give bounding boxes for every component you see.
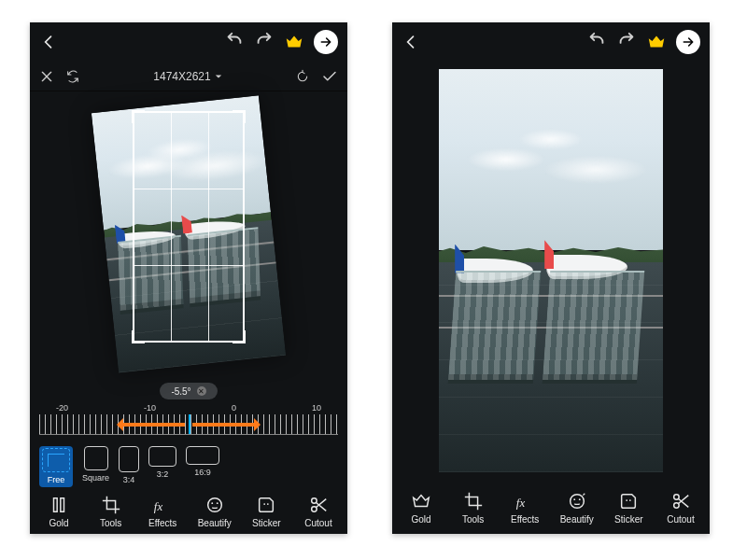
nav-gold[interactable]: Gold xyxy=(34,495,84,528)
nav-cutout[interactable]: Cutout xyxy=(655,491,706,525)
tools-crop-icon xyxy=(463,491,484,511)
apply-crop-icon[interactable] xyxy=(321,68,338,85)
comparison-stage: 1474X2621 xyxy=(0,0,747,560)
undo-icon[interactable] xyxy=(586,32,607,52)
svg-point-1 xyxy=(207,498,221,512)
nav-effects[interactable]: fx Effects xyxy=(137,495,188,528)
undo-icon[interactable] xyxy=(224,32,245,52)
tools-crop-icon xyxy=(101,495,121,515)
nav-sticker[interactable]: Sticker xyxy=(241,495,291,528)
chevron-down-icon xyxy=(215,73,222,80)
beautify-face-icon xyxy=(567,491,587,511)
crown-icon[interactable] xyxy=(646,32,667,52)
nav-sticker[interactable]: Sticker xyxy=(603,491,654,525)
svg-point-13 xyxy=(629,499,631,501)
export-button[interactable] xyxy=(676,30,700,54)
nav-beautify[interactable]: Beautify xyxy=(552,491,602,525)
svg-text:fx: fx xyxy=(516,497,526,510)
rotation-angle-pill[interactable]: -5.5° ✕ xyxy=(160,383,218,399)
aspect-3-2[interactable]: 3:2 xyxy=(148,446,176,487)
svg-point-2 xyxy=(211,502,213,504)
svg-point-5 xyxy=(267,503,269,505)
photo-preview[interactable] xyxy=(439,69,663,472)
bottom-nav: Gold Tools fx Effects Beautify Sticker C… xyxy=(392,487,710,534)
aspect-3-4[interactable]: 3:4 xyxy=(119,446,139,487)
svg-point-10 xyxy=(573,498,575,500)
sticker-icon xyxy=(618,491,639,511)
svg-point-12 xyxy=(627,499,628,501)
top-toolbar xyxy=(30,22,347,62)
phone-main-editor: Gold Tools fx Effects Beautify Sticker C… xyxy=(392,22,710,534)
ruler-center-indicator xyxy=(189,414,190,434)
back-icon[interactable] xyxy=(402,33,420,51)
svg-text:fx: fx xyxy=(154,500,163,513)
aspect-square[interactable]: Square xyxy=(82,446,109,487)
cutout-scissors-icon xyxy=(670,491,691,511)
svg-point-11 xyxy=(579,498,581,500)
dimensions-dropdown[interactable]: 1474X2621 xyxy=(153,70,221,83)
redo-icon[interactable] xyxy=(254,32,275,52)
nav-beautify[interactable]: Beautify xyxy=(190,495,240,528)
reset-crop-icon[interactable] xyxy=(65,69,80,84)
crown-outline-icon xyxy=(411,491,431,511)
crop-canvas[interactable] xyxy=(30,91,347,377)
back-icon[interactable] xyxy=(39,33,58,51)
aspect-free[interactable]: Free xyxy=(39,446,73,487)
reset-angle-icon[interactable]: ✕ xyxy=(197,386,206,396)
effects-fx-icon: fx xyxy=(514,491,535,511)
svg-point-3 xyxy=(217,502,218,504)
rotation-ruler[interactable]: -20 -10 0 10 xyxy=(39,403,338,441)
sticker-icon xyxy=(256,495,276,515)
nav-cutout[interactable]: Cutout xyxy=(293,495,344,528)
nav-tools[interactable]: Tools xyxy=(448,491,499,525)
bottom-nav: Gold Tools fx Effects Beautify Sticker C… xyxy=(30,491,347,534)
rotate-90-icon[interactable] xyxy=(295,69,310,84)
crop-subtoolbar: 1474X2621 xyxy=(30,62,347,91)
nav-effects[interactable]: fx Effects xyxy=(500,491,550,525)
ruler-tick-labels: -20 -10 0 10 xyxy=(39,403,338,413)
ruler-arrow-right xyxy=(192,423,258,427)
beautify-face-icon xyxy=(204,495,225,515)
export-button[interactable] xyxy=(314,30,338,54)
svg-point-9 xyxy=(570,495,584,509)
svg-point-4 xyxy=(264,503,266,505)
photo-preview-rotated xyxy=(92,95,286,372)
cancel-crop-icon[interactable] xyxy=(39,69,54,84)
gold-icon xyxy=(49,495,69,515)
aspect-16-9[interactable]: 16:9 xyxy=(186,446,219,487)
cutout-scissors-icon xyxy=(308,495,329,515)
phone-crop-editor: 1474X2621 xyxy=(30,22,347,534)
ruler-arrow-left xyxy=(120,423,185,427)
effects-fx-icon: fx xyxy=(152,495,173,515)
dimensions-value: 1474X2621 xyxy=(153,70,210,83)
aspect-ratio-row: Free Square 3:4 3:2 16:9 xyxy=(30,441,347,491)
crown-icon[interactable] xyxy=(284,32,304,52)
redo-icon[interactable] xyxy=(616,32,637,52)
nav-gold[interactable]: Gold xyxy=(396,491,446,525)
nav-tools[interactable]: Tools xyxy=(86,495,136,528)
rotation-angle-value: -5.5° xyxy=(171,386,190,397)
top-toolbar xyxy=(392,22,710,62)
